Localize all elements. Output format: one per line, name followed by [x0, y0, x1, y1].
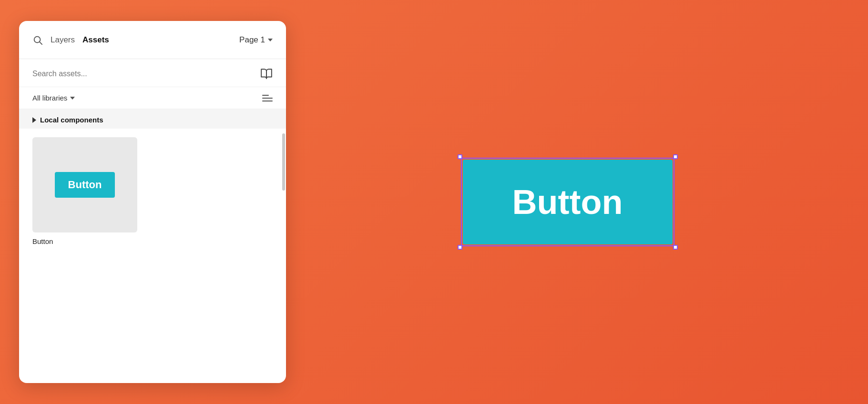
search-icon[interactable]: [32, 35, 43, 45]
component-name-label: Button: [32, 237, 53, 245]
chevron-down-icon: [70, 97, 75, 100]
all-libraries-label: All libraries: [32, 94, 67, 102]
search-input[interactable]: [32, 70, 255, 78]
canvas-area: Button: [286, 160, 849, 244]
component-thumbnail: Button: [32, 137, 137, 232]
chevron-down-icon: [268, 39, 273, 41]
panel-header: Layers Assets Page 1: [19, 21, 286, 59]
tab-layers[interactable]: Layers: [51, 33, 75, 47]
tab-assets[interactable]: Assets: [82, 33, 109, 47]
page-selector-label: Page 1: [239, 35, 265, 45]
handle-top-left[interactable]: [458, 154, 462, 159]
scrollbar-thumb[interactable]: [282, 133, 285, 191]
local-components-title: Local components: [40, 116, 103, 124]
all-libraries-dropdown[interactable]: All libraries: [32, 94, 75, 102]
canvas-component-wrapper[interactable]: Button: [463, 160, 673, 244]
book-icon[interactable]: [260, 68, 273, 80]
svg-line-1: [40, 42, 42, 44]
list-view-icon[interactable]: [262, 95, 273, 101]
handle-top-right[interactable]: [673, 154, 678, 159]
page-selector[interactable]: Page 1: [239, 35, 273, 45]
canvas-button[interactable]: Button: [463, 160, 673, 244]
library-row: All libraries: [19, 87, 286, 109]
search-area: [19, 59, 286, 87]
collapse-icon: [32, 117, 36, 123]
handle-bottom-left[interactable]: [458, 245, 462, 250]
thumb-button-label: Button: [55, 172, 115, 198]
handle-bottom-right[interactable]: [673, 245, 678, 250]
assets-panel: Layers Assets Page 1 All libraries Local…: [19, 21, 286, 383]
components-grid: Button Button: [19, 129, 286, 254]
component-button-item[interactable]: Button Button: [32, 137, 137, 245]
local-components-section-header[interactable]: Local components: [19, 109, 286, 129]
